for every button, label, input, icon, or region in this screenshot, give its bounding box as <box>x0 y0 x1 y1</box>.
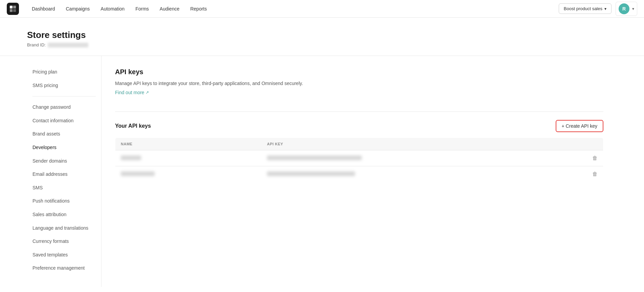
boost-product-sales-button[interactable]: Boost product sales ▾ <box>559 3 612 14</box>
sidebar-item-preference-management[interactable]: Preference management <box>27 262 101 275</box>
content-area: Pricing plan SMS pricing Change password… <box>0 56 644 287</box>
col-header-name: NAME <box>115 138 262 150</box>
boost-label: Boost product sales <box>564 6 602 11</box>
table-cell-delete: 🗑 <box>554 166 603 182</box>
nav-audience[interactable]: Audience <box>155 3 184 14</box>
api-key-value-blurred <box>267 171 355 176</box>
svg-rect-3 <box>13 9 16 12</box>
page-title: Store settings <box>27 30 617 40</box>
table-row: 🗑 <box>115 166 603 182</box>
sidebar-divider <box>32 96 96 97</box>
nav-campaigns[interactable]: Campaigns <box>61 3 95 14</box>
chevron-down-icon: ▾ <box>632 6 634 11</box>
top-navigation: Dashboard Campaigns Automation Forms Aud… <box>0 0 644 18</box>
table-cell-name <box>115 166 262 182</box>
user-dropdown[interactable]: R ▾ <box>616 2 637 16</box>
page-header: Store settings Brand ID: <box>0 18 644 56</box>
col-header-action <box>554 138 603 150</box>
table-body: 🗑 🗑 <box>115 150 603 182</box>
brand-id-value <box>48 43 88 47</box>
table-cell-delete: 🗑 <box>554 150 603 166</box>
delete-api-key-button[interactable]: 🗑 <box>592 171 598 177</box>
app-logo[interactable] <box>7 3 19 15</box>
svg-rect-2 <box>10 9 13 12</box>
external-link-icon: ↗ <box>146 90 149 95</box>
svg-rect-1 <box>13 5 16 8</box>
api-keys-description: Manage API keys to integrate your store,… <box>115 80 603 87</box>
nav-forms[interactable]: Forms <box>131 3 154 14</box>
table-header-row: NAME API KEY <box>115 138 603 150</box>
sidebar-item-push-notifications[interactable]: Push notifications <box>27 194 101 208</box>
sidebar-item-saved-templates[interactable]: Saved templates <box>27 248 101 262</box>
brand-id-row: Brand ID: <box>27 42 617 47</box>
sidebar-item-email-addresses[interactable]: Email addresses <box>27 168 101 181</box>
find-out-more-link[interactable]: Find out more ↗ <box>115 90 149 95</box>
table-cell-key <box>262 150 554 166</box>
sidebar-item-change-password[interactable]: Change password <box>27 101 101 114</box>
table-row: 🗑 <box>115 150 603 166</box>
svg-rect-0 <box>10 5 13 8</box>
sidebar-item-pricing-plan[interactable]: Pricing plan <box>27 65 101 79</box>
topnav-right-section: Boost product sales ▾ R ▾ <box>559 2 637 16</box>
delete-api-key-button[interactable]: 🗑 <box>592 155 598 161</box>
col-header-key: API KEY <box>262 138 554 150</box>
user-avatar: R <box>619 3 629 14</box>
page-wrapper: Store settings Brand ID: Pricing plan SM… <box>0 18 644 292</box>
api-keys-heading: API keys <box>115 68 603 76</box>
sidebar-item-developers[interactable]: Developers <box>27 141 101 154</box>
api-keys-table: NAME API KEY 🗑 <box>115 138 603 182</box>
api-key-name-blurred <box>121 171 155 176</box>
table-cell-name <box>115 150 262 166</box>
create-api-key-button[interactable]: + Create API key <box>556 120 603 132</box>
sidebar-item-sales-attribution[interactable]: Sales attribution <box>27 208 101 222</box>
nav-dashboard[interactable]: Dashboard <box>27 3 60 14</box>
nav-links: Dashboard Campaigns Automation Forms Aud… <box>27 3 559 14</box>
sidebar-item-sender-domains[interactable]: Sender domains <box>27 154 101 168</box>
sidebar-item-sms-pricing[interactable]: SMS pricing <box>27 79 101 92</box>
your-api-keys-title: Your API keys <box>115 123 151 129</box>
table-header: NAME API KEY <box>115 138 603 150</box>
main-content: API keys Manage API keys to integrate yo… <box>102 56 617 287</box>
sidebar-item-brand-assets[interactable]: Brand assets <box>27 127 101 141</box>
table-cell-key <box>262 166 554 182</box>
find-out-more-label: Find out more <box>115 90 144 95</box>
sidebar-item-sms[interactable]: SMS <box>27 181 101 195</box>
sidebar: Pricing plan SMS pricing Change password… <box>27 56 102 287</box>
nav-automation[interactable]: Automation <box>96 3 129 14</box>
chevron-down-icon: ▾ <box>604 6 606 11</box>
api-key-value-blurred <box>267 155 362 160</box>
sidebar-item-language-and-translations[interactable]: Language and translations <box>27 222 101 235</box>
brand-id-label: Brand ID: <box>27 42 46 47</box>
api-key-name-blurred <box>121 155 141 160</box>
sidebar-item-currency-formats[interactable]: Currency formats <box>27 235 101 248</box>
api-keys-header: Your API keys + Create API key <box>115 120 603 132</box>
section-divider <box>115 111 603 112</box>
sidebar-item-contact-information[interactable]: Contact information <box>27 114 101 128</box>
nav-reports[interactable]: Reports <box>185 3 212 14</box>
